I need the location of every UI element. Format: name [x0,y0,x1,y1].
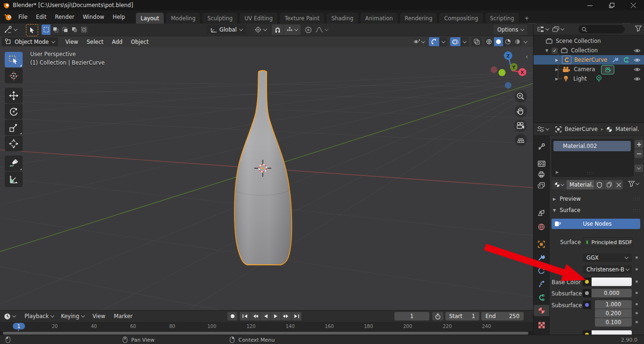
xray-toggle[interactable] [471,37,482,46]
shading-rendered-button[interactable] [513,37,522,46]
viewport-menu-view[interactable]: View [61,36,82,47]
tab-view-layer-icon[interactable] [534,180,549,191]
fake-user-shield-button[interactable] [594,180,604,189]
pan-tool-button[interactable] [515,105,527,117]
tab-render-icon[interactable] [534,158,549,169]
copy-material-button[interactable] [604,180,614,189]
overlays-dropdown[interactable] [460,37,468,46]
record-button[interactable] [227,312,237,320]
animate-dot[interactable] [636,321,638,323]
add-workspace-button[interactable]: + [521,13,533,24]
animate-dot[interactable] [636,268,638,270]
use-nodes-button[interactable]: Use Nodes [552,219,640,229]
jump-to-start-button[interactable] [240,312,250,320]
timeline-editor-type-icon[interactable] [4,313,16,320]
shading-material-button[interactable] [503,37,512,46]
animate-dot[interactable] [636,256,638,259]
proportional-falloff-select[interactable] [315,25,328,35]
camera-view-button[interactable] [514,120,527,132]
tool-category-icon[interactable] [4,25,17,35]
outliner-search-input[interactable] [578,25,625,33]
minimize-button[interactable] [579,0,601,10]
menu-help[interactable]: Help [109,10,129,24]
workspace-tab-modeling[interactable]: Modeling [166,13,200,24]
current-frame-field[interactable]: 1 [394,312,429,320]
animate-dot[interactable] [636,303,638,305]
workspace-tab-layout[interactable]: Layout [136,13,164,24]
snap-toggle[interactable] [272,25,283,35]
collection-label[interactable]: Collection [571,47,598,54]
breadcrumb-material[interactable]: Material. [615,126,639,132]
animate-dot[interactable] [636,312,638,314]
viewport-menu-add[interactable]: Add [108,36,126,47]
animate-dot[interactable] [636,280,638,283]
menu-edit[interactable]: Edit [32,10,50,24]
subsurface-method-select[interactable]: Christensen-Bur... [583,265,632,274]
workspace-tab-uv-editing[interactable]: UV Editing [240,13,277,24]
tool-select-box[interactable] [5,52,23,67]
playhead-badge[interactable]: 1 [13,323,25,329]
hide-object-eye-icon[interactable] [634,57,641,63]
hide-object-eye-icon[interactable] [634,67,641,72]
outliner-row-scene-collection[interactable]: Scene Collection [534,36,644,46]
select-mode-subtract[interactable] [60,25,69,35]
start-frame-field[interactable]: Start 1 [445,312,479,320]
object-label[interactable]: Light [573,75,587,82]
select-mode-intersect[interactable] [79,25,88,35]
outliner-filter-mode-icon[interactable] [552,26,564,32]
subsurface-radius-socket[interactable] [583,301,591,309]
workspace-tab-texture-paint[interactable]: Texture Paint [280,13,324,24]
tool-cursor[interactable] [5,68,23,83]
tool-move[interactable] [5,88,23,103]
timeline-ruler[interactable]: 20 40 60 80 100 120 140 160 180 200 220 … [0,322,533,331]
distribution-select[interactable]: GGX [583,254,632,262]
gizmo-neg-y[interactable] [499,69,506,76]
sidebar-collapse-arrow[interactable]: ‹ [526,53,528,60]
play-button[interactable] [271,312,281,320]
prev-keyframe-button[interactable] [250,312,260,320]
select-mode-set[interactable] [42,25,50,35]
material-slot-list[interactable]: Material.002 ▶ :::: [552,139,634,177]
jump-to-end-button[interactable] [292,312,301,320]
remove-material-slot-button[interactable] [635,149,643,158]
scene-collection-label[interactable]: Scene Collection [556,38,601,44]
base-color-socket[interactable] [583,278,591,286]
tool-rotate[interactable] [5,104,23,119]
viewport-3d[interactable]: Z Y X [0,47,533,310]
panel-grip[interactable]: :::: [633,197,641,201]
subsurface-value-field[interactable]: 0.000 [592,289,632,297]
tab-world-icon[interactable] [534,221,549,232]
panel-preview-header[interactable]: ▶ Preview :::: [549,194,644,204]
tab-scene-icon[interactable] [534,207,549,219]
maximize-button[interactable] [601,0,622,10]
select-mode-invert[interactable] [70,25,79,35]
tool-transform[interactable] [5,136,23,151]
tab-output-icon[interactable] [534,169,549,180]
pivot-point-select[interactable] [252,25,269,35]
menu-window[interactable]: Window [78,10,108,24]
breadcrumb-object[interactable]: BezierCurve [565,126,598,132]
radius-y-field[interactable]: 0.200 [595,309,632,318]
timeline-menu-view[interactable]: View [88,311,109,322]
transform-orientation-select[interactable]: Global [207,25,246,35]
outliner-display-mode-select[interactable] [537,26,549,32]
radius-z-field[interactable]: 0.100 [595,318,632,327]
snap-to-select[interactable] [284,25,301,35]
timeline-menu-keying[interactable]: Keying [57,311,84,322]
material-name-field[interactable]: Material... [567,180,594,189]
tab-material-icon[interactable] [534,305,549,316]
material-filter-dropdown[interactable] [628,180,639,187]
viewport-menu-select[interactable]: Select [83,36,108,47]
tab-modifiers-icon[interactable] [534,252,549,263]
options-button[interactable]: Options [493,25,527,35]
select-mode-extend[interactable] [51,25,60,35]
menu-render[interactable]: Render [51,10,79,24]
next-keyframe-button[interactable] [281,312,291,320]
mode-selector[interactable]: Object Mode [2,37,58,46]
browse-material-button[interactable] [552,180,567,189]
properties-editor-type-select[interactable] [537,126,549,132]
tab-object-data-icon[interactable] [534,292,549,303]
tab-texture-icon[interactable] [534,319,549,331]
radius-x-field[interactable]: 1.000 [595,300,632,309]
material-specials-dropdown[interactable] [635,164,643,172]
